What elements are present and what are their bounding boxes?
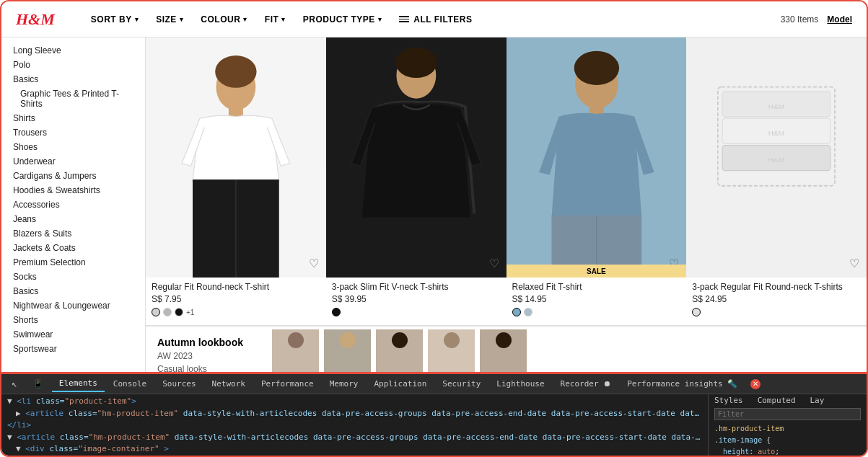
devtools-content: ▼ <li class="product-item"> ▶ <article c… bbox=[1, 394, 867, 457]
chevron-down-icon: ▾ bbox=[281, 16, 286, 23]
sidebar-item-graphic-tees[interactable]: Graphic Tees & Printed T-Shirts bbox=[13, 86, 133, 111]
mode-button[interactable]: Model bbox=[827, 14, 852, 25]
devtools-device-icon[interactable]: 📱 bbox=[26, 376, 51, 391]
devtools-html-panel: ▼ <li class="product-item"> ▶ <article c… bbox=[1, 394, 708, 457]
sidebar-item-hoodies[interactable]: Hoodies & Sweatshirts bbox=[13, 183, 133, 198]
sidebar-item-jackets[interactable]: Jackets & Coats bbox=[13, 241, 133, 255]
color-swatch[interactable] bbox=[163, 308, 172, 316]
sidebar-item-swimwear[interactable]: Swimwear bbox=[13, 327, 133, 342]
lookbook-thumbnail[interactable] bbox=[428, 329, 475, 373]
product-image: ♡ bbox=[146, 37, 326, 278]
product-type-button[interactable]: PRODUCT TYPE ▾ bbox=[296, 10, 390, 29]
color-swatch[interactable] bbox=[692, 308, 701, 316]
filter-icon bbox=[399, 16, 409, 22]
styles-filter-input[interactable] bbox=[714, 408, 861, 420]
sidebar-item-nightwear[interactable]: Nightwear & Loungewear bbox=[13, 298, 133, 313]
lookbook-thumbnails bbox=[272, 332, 855, 372]
sidebar-item-blazers[interactable]: Blazers & Suits bbox=[13, 226, 133, 241]
color-swatch[interactable] bbox=[524, 308, 532, 316]
tab-sources[interactable]: Sources bbox=[155, 376, 203, 391]
sidebar-item-sportswear[interactable]: Sportswear bbox=[13, 342, 133, 356]
sidebar-item-cardigans[interactable]: Cardigans & Jumpers bbox=[13, 169, 133, 183]
chevron-down-icon: ▾ bbox=[135, 16, 139, 23]
lookbook-link[interactable]: Casual looks bbox=[157, 364, 243, 373]
product-info: Relaxed Fit T-shirt S$ 14.95 bbox=[507, 278, 687, 325]
html-line: ▶ <article class="hm-product-item" data-… bbox=[7, 408, 702, 420]
html-arrow[interactable]: ▼ bbox=[16, 444, 21, 453]
sidebar-item-shoes[interactable]: Shoes bbox=[13, 140, 133, 154]
hm-logo[interactable]: H&M bbox=[16, 10, 55, 29]
lookbook-thumbnail[interactable] bbox=[324, 329, 371, 373]
sidebar-item-jeans[interactable]: Jeans bbox=[13, 212, 133, 226]
sidebar-item-shirts[interactable]: Shirts bbox=[13, 111, 133, 125]
color-swatch[interactable] bbox=[152, 308, 160, 316]
tab-network[interactable]: Network bbox=[205, 376, 253, 391]
product-card[interactable]: ♡ 3-pack Slim Fit V-neck T-shirts S$ 39.… bbox=[326, 37, 507, 325]
tab-memory[interactable]: Memory bbox=[323, 376, 366, 391]
tab-elements[interactable]: Elements bbox=[52, 376, 105, 392]
fit-button[interactable]: FIT ▾ bbox=[258, 10, 293, 29]
product-price: S$ 39.95 bbox=[332, 294, 501, 304]
wishlist-button[interactable]: ♡ bbox=[489, 257, 499, 270]
colour-button[interactable]: COLOUR ▾ bbox=[193, 10, 255, 29]
lookbook-titles: Autumn lookbook AW 2023 Casual looks bbox=[157, 332, 243, 372]
sale-banner: SALE bbox=[507, 265, 687, 278]
top-nav: H&M SORT BY ▾ SIZE ▾ COLOUR ▾ FIT ▾ PROD… bbox=[1, 1, 867, 37]
product-name: Regular Fit Round-neck T-shirt bbox=[152, 282, 320, 292]
sidebar-item-polo[interactable]: Polo bbox=[13, 58, 133, 72]
chevron-down-icon: ▾ bbox=[378, 16, 382, 23]
sidebar-item-basics2[interactable]: Basics bbox=[13, 284, 133, 298]
tab-performance-insights[interactable]: Performance insights 🔦 bbox=[620, 376, 745, 391]
product-name: 3-pack Regular Fit Round-neck T-shirts bbox=[692, 282, 861, 292]
svg-point-14 bbox=[574, 51, 618, 85]
layout-tab[interactable]: Lay bbox=[810, 396, 824, 405]
html-arrow[interactable]: ▼ bbox=[7, 432, 12, 442]
sidebar-item-underwear[interactable]: Underwear bbox=[13, 154, 133, 169]
color-swatch[interactable] bbox=[175, 308, 183, 316]
tab-recorder[interactable]: Recorder ⏺ bbox=[553, 376, 619, 391]
tab-application[interactable]: Application bbox=[367, 376, 434, 391]
product-info: 3-pack Slim Fit V-neck T-shirts S$ 39.95 bbox=[326, 278, 507, 325]
sidebar-item-trousers[interactable]: Trousers bbox=[13, 125, 133, 140]
lookbook-thumbnail[interactable] bbox=[376, 329, 423, 373]
product-card[interactable]: ♡ Regular Fit Round-neck T-shirt S$ 7.95… bbox=[146, 37, 326, 325]
tab-lighthouse[interactable]: Lighthouse bbox=[489, 376, 551, 391]
html-arrow[interactable]: ▼ bbox=[7, 396, 12, 406]
product-swatches bbox=[692, 308, 861, 316]
devtools-cursor-icon[interactable]: ↖ bbox=[4, 376, 25, 392]
size-button[interactable]: SIZE ▾ bbox=[149, 10, 190, 29]
devtools-close-button[interactable]: ✕ bbox=[750, 379, 760, 389]
sidebar-item-accessories[interactable]: Accessories bbox=[13, 198, 133, 212]
sidebar-item-socks[interactable]: Socks bbox=[13, 270, 133, 284]
all-filters-button[interactable]: ALL FILTERS bbox=[392, 10, 479, 29]
tab-security[interactable]: Security bbox=[435, 376, 488, 391]
product-swatches bbox=[332, 308, 501, 316]
color-swatch[interactable] bbox=[512, 308, 521, 316]
product-card[interactable]: H&M H&M H&M ♡ 3-pack Regular Fit Round-n… bbox=[686, 37, 867, 325]
product-image: ♡ SALE bbox=[507, 37, 687, 278]
sort-by-button[interactable]: SORT BY ▾ bbox=[84, 10, 146, 29]
product-swatches: +1 bbox=[152, 308, 320, 316]
color-swatch[interactable] bbox=[332, 308, 341, 316]
product-price: S$ 7.95 bbox=[152, 294, 320, 304]
wishlist-button[interactable]: ♡ bbox=[849, 257, 859, 270]
sidebar-item-premium[interactable]: Premium Selection bbox=[13, 255, 133, 270]
product-price: S$ 24.95 bbox=[692, 294, 861, 304]
tab-console[interactable]: Console bbox=[106, 376, 154, 391]
product-card[interactable]: ♡ SALE Relaxed Fit T-shirt S$ 14.95 bbox=[507, 37, 687, 325]
styles-tab[interactable]: Styles bbox=[714, 396, 743, 405]
sidebar-item-basics[interactable]: Basics bbox=[13, 72, 133, 86]
computed-tab[interactable]: Computed bbox=[758, 396, 796, 405]
lookbook-thumbnail[interactable] bbox=[480, 329, 527, 373]
html-arrow[interactable]: ▶ bbox=[16, 409, 21, 418]
lookbook-section: Autumn lookbook AW 2023 Casual looks bbox=[146, 326, 867, 372]
products-grid: ♡ Regular Fit Round-neck T-shirt S$ 7.95… bbox=[146, 37, 867, 325]
sidebar-item-longsleeve[interactable]: Long Sleeve bbox=[13, 43, 133, 58]
tab-performance[interactable]: Performance bbox=[254, 376, 321, 391]
wishlist-button[interactable]: ♡ bbox=[309, 257, 319, 270]
lookbook-thumbnail[interactable] bbox=[272, 329, 319, 373]
person-head bbox=[444, 332, 460, 348]
sidebar: Long Sleeve Polo Basics Graphic Tees & P… bbox=[1, 37, 146, 372]
products-area: ♡ Regular Fit Round-neck T-shirt S$ 7.95… bbox=[146, 37, 867, 372]
sidebar-item-shorts[interactable]: Shorts bbox=[13, 313, 133, 327]
